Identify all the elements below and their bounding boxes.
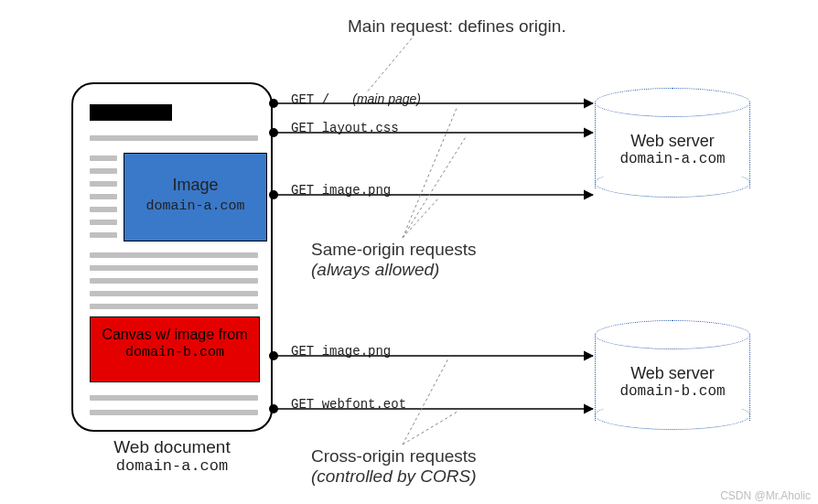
placeholder-line <box>90 278 258 284</box>
cross-origin-line2: (controlled by CORS) <box>311 466 477 487</box>
canvas-box: Canvas w/ image from domain-b.com <box>90 316 260 382</box>
port-image-b <box>269 351 278 360</box>
image-box-domain: domain-a.com <box>124 198 266 214</box>
server-a-domain: domain-a.com <box>595 151 750 167</box>
server-b-domain: domain-b.com <box>595 383 750 400</box>
placeholder-line <box>90 265 258 271</box>
request-main-page: GET / (main page) <box>291 91 421 107</box>
placeholder-line <box>90 207 117 212</box>
image-box-title: Image <box>124 176 266 195</box>
server-b-title: Web server <box>595 364 750 383</box>
req-path: / <box>322 92 329 107</box>
svg-line-8 <box>403 198 439 238</box>
placeholder-line <box>90 410 258 415</box>
svg-line-5 <box>366 38 412 93</box>
web-document-device: Image domain-a.com Canvas w/ image from … <box>71 82 273 432</box>
placeholder-line <box>90 252 258 258</box>
web-document-caption: Web document domain-a.com <box>71 437 273 475</box>
device-header-bar <box>90 104 172 121</box>
req-path: image.png <box>322 344 392 359</box>
placeholder-line <box>90 168 117 174</box>
placeholder-line <box>90 220 117 225</box>
image-box: Image domain-a.com <box>124 153 267 241</box>
same-origin-line1: Same-origin requests <box>311 240 477 260</box>
web-document-caption-domain: domain-a.com <box>71 457 273 475</box>
same-origin-line2: (always allowed) <box>311 260 477 280</box>
request-webfont: GET webfont.eot <box>291 397 406 412</box>
watermark: CSDN @Mr.Aholic <box>720 489 811 502</box>
svg-line-7 <box>403 135 467 238</box>
placeholder-line <box>90 232 117 238</box>
web-server-b: Web server domain-b.com <box>595 320 750 430</box>
request-layout-css: GET layout.css <box>291 121 399 135</box>
svg-line-9 <box>403 359 448 445</box>
port-main-page <box>269 99 278 108</box>
placeholder-line <box>90 155 117 161</box>
canvas-box-domain: domain-b.com <box>91 345 259 360</box>
port-image-a <box>269 190 278 199</box>
placeholder-line <box>90 395 258 401</box>
req-method: GET <box>291 344 314 359</box>
svg-line-6 <box>403 106 457 238</box>
same-origin-note: Same-origin requests (always allowed) <box>311 240 477 280</box>
req-path: layout.css <box>322 121 399 135</box>
req-path: webfont.eot <box>322 397 406 412</box>
placeholder-line <box>90 135 258 141</box>
main-request-text: Main request: defines origin. <box>348 16 566 36</box>
placeholder-line <box>90 181 117 187</box>
placeholder-line <box>90 291 258 296</box>
port-layout-css <box>269 128 278 137</box>
port-webfont <box>269 404 278 413</box>
canvas-box-title: Canvas w/ image from <box>91 327 259 343</box>
req-method: GET <box>291 121 314 135</box>
placeholder-line <box>90 304 258 309</box>
req-method: GET <box>291 397 314 412</box>
main-request-note: Main request: defines origin. <box>348 16 566 37</box>
request-image-a: GET image.png <box>291 183 391 198</box>
req-method: GET <box>291 92 314 107</box>
req-hint: (main page) <box>352 91 421 106</box>
server-a-title: Web server <box>595 132 750 151</box>
web-server-a: Web server domain-a.com <box>595 88 750 198</box>
web-document-caption-title: Web document <box>71 437 273 457</box>
request-image-b: GET image.png <box>291 344 391 359</box>
placeholder-line <box>90 194 117 199</box>
req-method: GET <box>291 183 314 198</box>
cross-origin-note: Cross-origin requests (controlled by COR… <box>311 446 477 487</box>
cross-origin-line1: Cross-origin requests <box>311 446 477 466</box>
svg-line-10 <box>403 412 457 445</box>
req-path: image.png <box>322 183 392 198</box>
